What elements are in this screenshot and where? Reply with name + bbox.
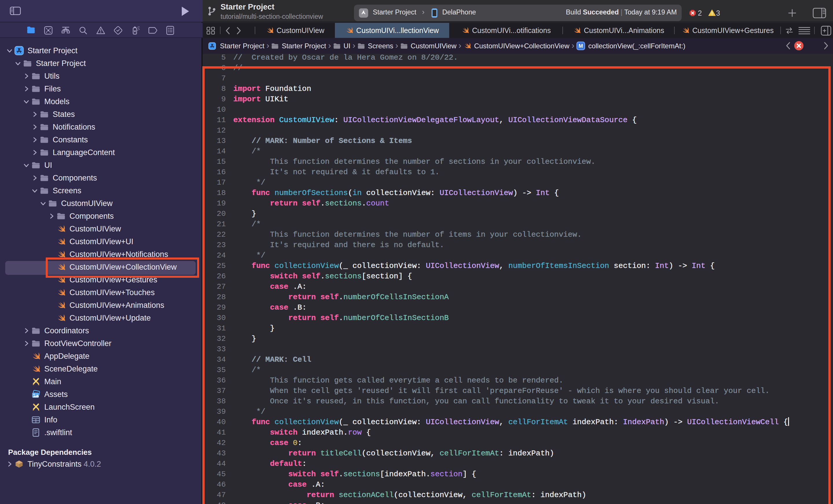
svg-text:M: M	[578, 43, 583, 49]
